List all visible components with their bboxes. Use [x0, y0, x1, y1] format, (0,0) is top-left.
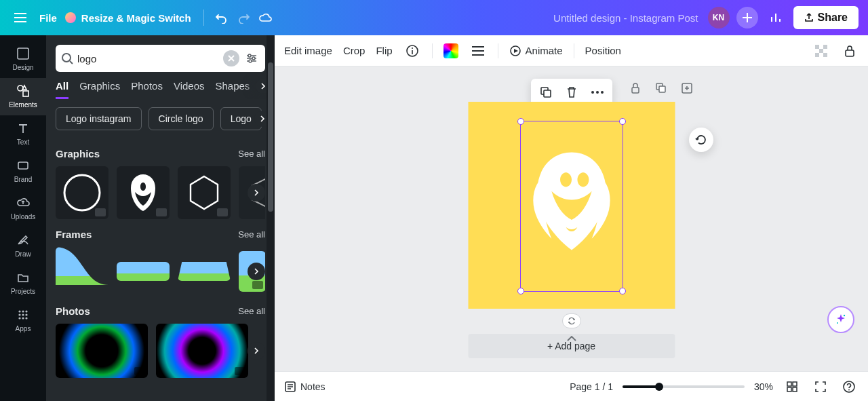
search-input[interactable]: [73, 53, 223, 64]
selection-box[interactable]: [520, 121, 623, 292]
resize-handle-tl[interactable]: [517, 118, 524, 125]
duplicate-button[interactable]: [536, 83, 555, 102]
nav-projects[interactable]: Projects: [0, 265, 46, 302]
tab-all[interactable]: All: [56, 80, 68, 99]
color-picker-button[interactable]: [443, 43, 458, 58]
page-add-button[interactable]: [677, 79, 696, 98]
tab-shapes[interactable]: Shapes: [216, 80, 250, 99]
nav-elements[interactable]: Elements: [0, 78, 46, 115]
graphic-thumb[interactable]: [56, 166, 108, 219]
see-all-photos[interactable]: See all: [238, 306, 265, 316]
nav-design[interactable]: Design: [0, 41, 46, 78]
fullscreen-button[interactable]: [811, 377, 830, 396]
undo-button[interactable]: [211, 7, 233, 28]
share-button[interactable]: Share: [793, 6, 859, 29]
flip-button[interactable]: Flip: [376, 45, 392, 56]
sync-icon: [567, 316, 576, 326]
frame-thumb[interactable]: [56, 247, 108, 296]
svg-point-16: [249, 60, 252, 62]
file-menu[interactable]: File: [39, 12, 57, 24]
tab-graphics[interactable]: Graphics: [79, 80, 120, 99]
help-button[interactable]: [840, 377, 859, 396]
page-duplicate-button[interactable]: [652, 79, 671, 98]
position-button[interactable]: Position: [585, 45, 621, 56]
nav-label: Brand: [14, 176, 33, 183]
graphic-thumb[interactable]: [117, 166, 170, 219]
list-icon: [472, 46, 484, 56]
svg-rect-27: [846, 50, 854, 56]
graphics-scroll-right[interactable]: [248, 184, 265, 202]
crop-button[interactable]: Crop: [343, 45, 366, 56]
scrollbar-thumb[interactable]: [268, 62, 273, 212]
search-filters-button[interactable]: [243, 50, 260, 66]
list-menu-button[interactable]: [469, 42, 487, 60]
nav-text[interactable]: Text: [0, 115, 46, 153]
invite-button[interactable]: [736, 7, 758, 28]
clear-search-button[interactable]: [223, 50, 239, 66]
svg-point-19: [412, 47, 413, 49]
more-button[interactable]: [588, 83, 607, 102]
separator: [432, 43, 433, 58]
zoom-slider-fill: [623, 385, 659, 388]
page-sync-button[interactable]: [562, 313, 581, 328]
nav-uploads[interactable]: Uploads: [0, 190, 46, 227]
edit-image-button[interactable]: Edit image: [284, 45, 332, 56]
avatar[interactable]: KN: [708, 7, 730, 28]
photo-thumb[interactable]: [156, 324, 248, 378]
crown-icon: [65, 12, 76, 23]
document-title[interactable]: Untitled design - Instagram Post: [553, 12, 698, 24]
resize-handle-bl[interactable]: [517, 288, 524, 294]
resize-handle-tr[interactable]: [619, 118, 626, 125]
editor-toolbar: Edit image Crop Flip Animate Position: [275, 35, 868, 66]
cloud-icon: [258, 12, 272, 23]
resize-magic-switch[interactable]: Resize & Magic Switch: [65, 12, 191, 24]
frame-thumb[interactable]: [117, 262, 170, 281]
brand-icon: [16, 158, 31, 173]
magic-assistant-button[interactable]: [827, 306, 854, 333]
lion-graphic[interactable]: [528, 145, 616, 267]
frames-scroll-right[interactable]: [248, 263, 265, 280]
notes-button[interactable]: Notes: [284, 381, 326, 393]
canvas-area[interactable]: + Add page: [275, 66, 868, 371]
transparency-button[interactable]: [812, 42, 830, 60]
svg-rect-43: [793, 387, 797, 392]
zoom-slider-knob[interactable]: [655, 383, 663, 391]
graphic-thumb[interactable]: [178, 166, 231, 219]
tab-videos[interactable]: Videos: [174, 80, 205, 99]
see-all-frames[interactable]: See all: [238, 229, 265, 240]
panel-scrollbar[interactable]: [267, 35, 275, 401]
zoom-slider[interactable]: [623, 385, 745, 388]
cloud-sync-button[interactable]: [254, 7, 276, 28]
redo-button[interactable]: [233, 7, 254, 28]
lock-button[interactable]: [841, 42, 859, 60]
show-pages-button[interactable]: [562, 333, 581, 344]
delete-button[interactable]: [562, 83, 581, 102]
zoom-label[interactable]: 30%: [754, 381, 773, 392]
svg-point-37: [844, 315, 845, 316]
section-title: Frames: [56, 229, 92, 240]
resize-handle-br[interactable]: [619, 288, 626, 294]
hamburger-icon: [14, 13, 26, 22]
regenerate-button[interactable]: [689, 128, 713, 152]
photo-thumb[interactable]: [56, 324, 148, 378]
frame-thumb[interactable]: [178, 262, 231, 281]
chevron-right-icon: [260, 83, 267, 90]
tab-photos[interactable]: Photos: [131, 80, 163, 99]
page-indicator[interactable]: Page 1 / 1: [570, 381, 613, 392]
nav-brand[interactable]: Brand: [0, 153, 46, 190]
chip-logo-instagram[interactable]: Logo instagram: [56, 107, 142, 130]
menu-button[interactable]: [9, 7, 31, 28]
info-button[interactable]: [403, 42, 421, 60]
trash-icon: [566, 86, 577, 98]
nav-draw[interactable]: Draw: [0, 227, 46, 265]
see-all-graphics[interactable]: See all: [238, 149, 265, 159]
nav-apps[interactable]: Apps: [0, 302, 46, 339]
pro-badge-icon: [156, 208, 167, 216]
animate-button[interactable]: Animate: [509, 45, 563, 57]
page-lock-button[interactable]: [626, 79, 645, 98]
svg-point-12: [25, 317, 27, 319]
photos-scroll-right[interactable]: [248, 342, 265, 360]
analytics-button[interactable]: [765, 7, 787, 28]
grid-view-button[interactable]: [783, 377, 802, 396]
chip-circle-logo[interactable]: Circle logo: [149, 107, 214, 130]
